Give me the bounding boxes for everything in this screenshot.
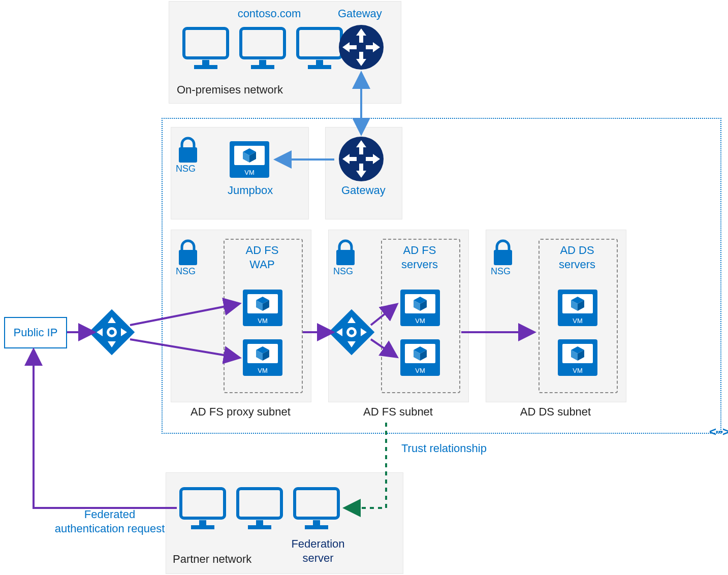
public-ip-box: Public IP (4, 317, 67, 348)
onprem-title: contoso.com (218, 7, 320, 20)
jumpbox-nsg-label: NSG (176, 164, 196, 174)
federated-auth-l2: authentication request (44, 522, 176, 535)
partner-caption: Partner network (173, 553, 251, 566)
vnet-resize-handle-icon: <···> (709, 425, 728, 439)
jumpbox-label: Jumpbox (228, 184, 273, 197)
adds-nsg-label: NSG (491, 266, 511, 277)
adds-caption: AD DS subnet (486, 405, 625, 419)
connector-federated-auth-request (34, 350, 177, 508)
adds-title1: AD DS (547, 244, 608, 257)
federated-auth-l1: Federated (44, 508, 176, 521)
wap-title1: AD FS (232, 244, 293, 257)
federation-server-l2: server (282, 552, 354, 565)
azure-gateway-label: Gateway (341, 184, 386, 197)
onprem-gateway-label: Gateway (338, 7, 382, 20)
adfs-title1: AD FS (389, 244, 450, 257)
wap-title2: WAP (232, 258, 293, 271)
adfs-caption: AD FS subnet (328, 405, 468, 419)
adfs-nsg-label: NSG (333, 266, 353, 277)
federation-server-l1: Federation (282, 537, 354, 551)
wap-caption: AD FS proxy subnet (171, 405, 310, 419)
onprem-caption: On-premises network (177, 83, 283, 97)
adfs-title2: servers (389, 258, 450, 271)
azure-gateway-box (325, 127, 402, 219)
trust-relationship-label: Trust relationship (401, 442, 487, 455)
wap-nsg-label: NSG (176, 266, 196, 277)
load-balancer-icon (89, 309, 135, 356)
adds-title2: servers (547, 258, 608, 271)
